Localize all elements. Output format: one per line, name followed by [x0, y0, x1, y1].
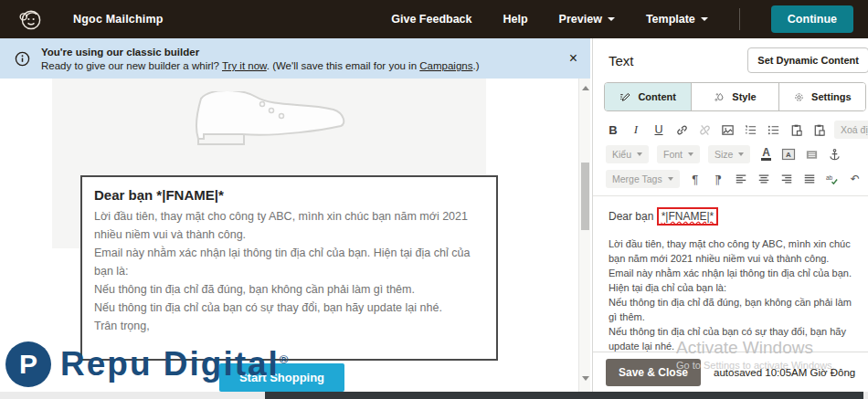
tab-content[interactable]: Content [605, 83, 691, 110]
editor-paragraph: Nếu thông tin địa chỉ của bạn có sự thay… [609, 324, 853, 353]
style-dropdown[interactable]: Kiểu [606, 145, 649, 163]
email-preview-canvas: Add a photo here. Dear bạn *|FNAME|* Lời… [0, 79, 579, 392]
account-name: Ngoc Mailchimp [73, 13, 164, 26]
panel-title: Text [609, 53, 634, 68]
bold-icon[interactable]: B [606, 122, 620, 137]
panel-header: Text Set Dynamic Content [593, 38, 868, 80]
size-dropdown[interactable]: Size [708, 145, 750, 163]
underline-icon[interactable]: U [651, 122, 666, 137]
paste-from-word-icon[interactable] [811, 122, 826, 137]
chevron-down-icon [637, 152, 642, 156]
notice-text: You're using our classic builder Ready t… [41, 46, 479, 73]
panel-footer: Save & Close autosaved 10:05AM Giờ Đông [593, 352, 868, 392]
registered-mark: ® [280, 352, 291, 366]
editor-paragraph: Nếu thông tin địa chỉ đã đúng, bạn không… [609, 295, 853, 324]
email-body: Lời đầu tiên, thay mặt cho công ty ABC, … [94, 207, 484, 335]
email-greeting: Dear bạn *|FNAME|* [94, 187, 484, 203]
image-icon[interactable] [720, 122, 735, 137]
gear-icon [793, 91, 805, 103]
justify-icon[interactable] [802, 172, 817, 186]
campaigns-link[interactable]: Campaigns [419, 60, 472, 71]
unlink-icon[interactable] [697, 122, 712, 137]
font-dropdown[interactable]: Font [657, 145, 700, 163]
link-icon[interactable] [674, 122, 689, 137]
autosave-status: autosaved 10:05AM Giờ Đông [714, 367, 855, 378]
chevron-down-icon [738, 152, 744, 156]
email-paragraph: Trân trọng, [94, 317, 484, 335]
chevron-down-icon [668, 177, 673, 181]
mailchimp-classic-builder: Ngoc Mailchimp Give Feedback Help Previe… [0, 0, 868, 399]
scroll-down-icon[interactable] [582, 376, 589, 381]
formatting-toolbar: B I U [593, 111, 868, 196]
email-paragraph: Lời đầu tiên, thay mặt cho công ty ABC, … [94, 207, 484, 244]
undo-icon[interactable]: ↶ [848, 172, 863, 186]
paragraph-ltr-icon[interactable]: ¶ [688, 172, 703, 186]
canvas-vertical-scrollbar[interactable] [578, 79, 590, 392]
align-left-icon[interactable] [734, 172, 748, 186]
chevron-down-icon [608, 17, 615, 21]
mailchimp-logo-icon[interactable] [18, 6, 44, 32]
scroll-up-icon[interactable] [582, 86, 589, 90]
merge-tags-dropdown[interactable]: Merge Tags [606, 170, 680, 188]
close-icon[interactable]: × [569, 51, 577, 66]
top-nav: Give Feedback Help Preview Template Cont… [391, 5, 868, 33]
chevron-down-icon [688, 152, 693, 156]
panel-tabs: Content Style Settings [604, 82, 866, 111]
notice-body: Ready to give our new builder a whirl? T… [41, 59, 479, 73]
paint-icon [714, 91, 725, 103]
scrollbar-thumb[interactable] [581, 163, 589, 230]
shoe-placeholder-icon [187, 91, 352, 164]
toolbar-row-1: B I U [606, 121, 863, 139]
chevron-down-icon [701, 17, 708, 21]
scrollbar-thumb[interactable] [265, 392, 863, 399]
continue-button[interactable]: Continue [771, 5, 853, 33]
paragraph-rtl-icon[interactable]: ¶ [711, 172, 725, 186]
give-feedback-link[interactable]: Give Feedback [391, 13, 471, 26]
align-center-icon[interactable] [757, 172, 771, 186]
clear-formatting-button[interactable]: Xoá định dạng [834, 121, 868, 139]
editor-paragraph: Lời đầu tiên, thay mặt cho công ty ABC, … [609, 236, 853, 266]
editor-greeting: Dear bạn *|FNAME|* [609, 207, 853, 226]
tab-settings[interactable]: Settings [778, 83, 865, 110]
merge-tag-annotation: *|FNAME|* [657, 207, 719, 226]
svg-text:ab: ab [826, 173, 833, 180]
svg-text:A: A [786, 151, 791, 159]
divider [739, 8, 740, 30]
merge-tag: *|FNAME|* [156, 187, 223, 203]
info-icon [15, 51, 30, 67]
rich-text-editor[interactable]: Dear bạn *|FNAME|* Lời đầu tiên, thay mặ… [593, 196, 868, 366]
try-it-now-link[interactable]: Try it now [222, 60, 267, 71]
pencil-icon [619, 91, 631, 103]
italic-icon[interactable]: I [629, 122, 643, 137]
template-menu[interactable]: Template [646, 13, 708, 26]
top-bar: Ngoc Mailchimp Give Feedback Help Previe… [0, 0, 868, 38]
toolbar-row-2: Kiểu Font Size A A [606, 145, 863, 163]
save-close-button[interactable]: Save & Close [606, 359, 701, 386]
editor-paragraph: Email này nhằm xác nhận lại thông tin đị… [609, 266, 853, 295]
align-right-icon[interactable] [779, 172, 794, 186]
repu-digital-logo-text: Repu Digital® [60, 345, 290, 383]
fname-merge-tag: *|FNAME|* [662, 210, 715, 223]
repu-digital-watermark: P Repu Digital® [5, 341, 290, 387]
help-link[interactable]: Help [503, 13, 528, 26]
toolbar-row-3: Merge Tags ¶ ¶ ab ↶ ↷ [606, 170, 863, 188]
unordered-list-icon[interactable] [766, 122, 780, 137]
anchor-icon[interactable] [827, 147, 842, 162]
background-color-icon[interactable]: A [781, 147, 796, 162]
notice-title: You're using our classic builder [41, 46, 479, 59]
spellcheck-icon[interactable]: ab [825, 172, 840, 186]
preview-menu[interactable]: Preview [559, 13, 615, 26]
classic-builder-notice: You're using our classic builder Ready t… [0, 38, 590, 79]
set-dynamic-content-button[interactable]: Set Dynamic Content [747, 47, 868, 73]
text-color-icon[interactable]: A [758, 147, 773, 162]
email-paragraph: Nếu thông tin địa chỉ đã đúng, bạn không… [94, 280, 484, 299]
selected-text-block[interactable]: Dear bạn *|FNAME|* Lời đầu tiên, thay mặ… [80, 175, 498, 361]
repu-digital-logo-icon: P [5, 341, 51, 387]
email-paragraph: Nếu thông tin địa chỉ của bạn có sự thay… [94, 299, 484, 317]
blockquote-icon[interactable] [804, 147, 819, 162]
ordered-list-icon[interactable] [743, 122, 757, 137]
text-editor-panel: Text Set Dynamic Content Content Style [592, 38, 868, 399]
paste-icon[interactable] [789, 122, 803, 137]
horizontal-scrollbar[interactable] [0, 392, 868, 399]
tab-style[interactable]: Style [691, 83, 778, 110]
